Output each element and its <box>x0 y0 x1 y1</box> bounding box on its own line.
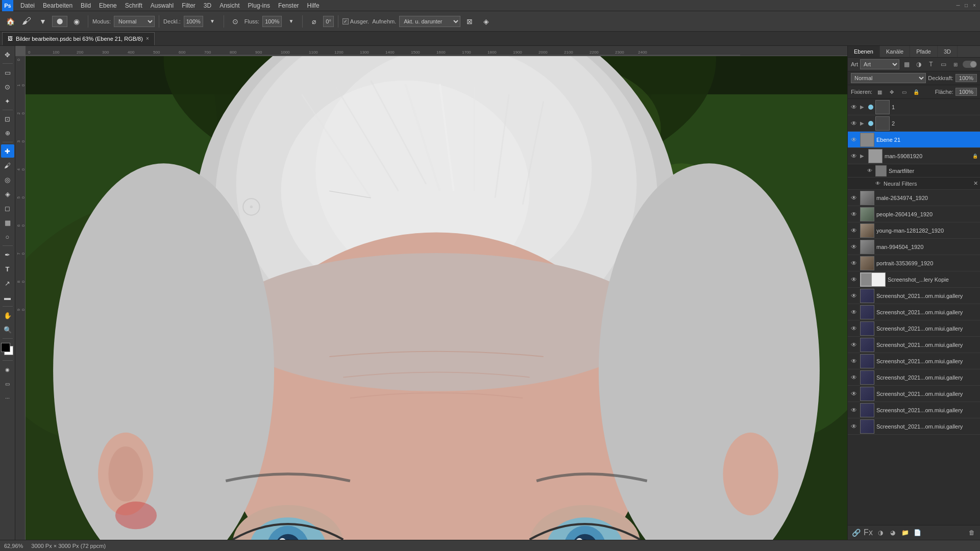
eyedropper-tool[interactable]: ⊕ <box>1 127 14 140</box>
neural-filters-row[interactable]: 👁 Neural Filters ✕ <box>848 178 980 190</box>
filter-toggle[interactable] <box>963 61 977 68</box>
airbrush-btn[interactable]: ⊙ <box>228 14 242 29</box>
tab-kanaele[interactable]: Kanäle <box>880 46 910 57</box>
layer-item-ss1[interactable]: 👁 Screenshot_2021...om.miui.gallery <box>848 288 980 304</box>
brush-preset-picker[interactable]: ▼ <box>36 14 50 29</box>
minimize-button[interactable]: ─ <box>954 2 962 9</box>
foreground-color[interactable] <box>1 343 10 352</box>
tab-close-button[interactable]: × <box>146 36 149 41</box>
healing-tool[interactable]: ✚ <box>1 144 14 158</box>
visibility-toggle-sk[interactable]: 👁 <box>850 276 858 284</box>
menu-fenster[interactable]: Fenster <box>274 1 303 10</box>
menu-plugins[interactable]: Plug-ins <box>244 1 274 10</box>
eraser-tool[interactable]: ◻ <box>1 202 14 215</box>
menu-3d[interactable]: 3D <box>200 1 215 10</box>
quick-mask-btn[interactable]: ◉ <box>1 363 14 376</box>
visibility-toggle-ss7[interactable]: 👁 <box>850 390 858 398</box>
layer-item-youngman[interactable]: 👁 young-man-1281282_1920 <box>848 222 980 239</box>
menu-datei[interactable]: Datei <box>16 1 39 10</box>
layer-item-male2634[interactable]: 👁 male-2634974_1920 <box>848 190 980 206</box>
menu-bild[interactable]: Bild <box>77 1 95 10</box>
move-tool[interactable]: ✥ <box>1 48 14 61</box>
visibility-toggle-ss9[interactable]: 👁 <box>850 422 858 431</box>
visibility-toggle-2[interactable]: 👁 <box>850 119 858 128</box>
smart-object-filter-btn[interactable]: ⊞ <box>950 59 961 69</box>
layer-type-filter[interactable]: Art <box>860 59 899 69</box>
zoom-tool[interactable]: 🔍 <box>1 323 14 336</box>
visibility-toggle-man994[interactable]: 👁 <box>850 243 858 251</box>
screen-mode-btn[interactable]: ▭ <box>1 377 14 390</box>
menu-ansicht[interactable]: Ansicht <box>215 1 243 10</box>
canvas-area[interactable]: 0 100 200 300 400 500 600 700 800 900 10… <box>15 46 847 540</box>
tab-pfade[interactable]: Pfade <box>910 46 938 57</box>
layer-item-1[interactable]: 👁 ▶ 1 <box>848 99 980 115</box>
dodge-tool[interactable]: ○ <box>1 230 14 243</box>
shape-filter-btn[interactable]: ▭ <box>938 59 948 69</box>
visibility-toggle-ss6[interactable]: 👁 <box>850 373 858 382</box>
expand-man59[interactable]: ▶ <box>860 153 866 159</box>
path-selection-tool[interactable]: ↗ <box>1 277 14 290</box>
crop-tool[interactable]: ⊡ <box>1 112 14 126</box>
layer-item-2[interactable]: 👁 ▶ 2 <box>848 115 980 132</box>
layer-item-ss5[interactable]: 👁 Screenshot_2021...om.miui.gallery <box>848 353 980 369</box>
shape-tool[interactable]: ▬ <box>1 291 14 304</box>
layer-item-ebene21[interactable]: 👁 Ebene 21 <box>848 132 980 148</box>
aufnehm-select[interactable]: Akt. u. darunter <box>399 16 460 27</box>
brush-tool-options[interactable]: 🖌 <box>19 14 34 29</box>
pen-tool[interactable]: ✒ <box>1 248 14 261</box>
new-layer-btn[interactable]: 📄 <box>912 528 922 538</box>
layer-item-man59[interactable]: 👁 ▶ man-59081920 🔒 <box>848 148 980 164</box>
delete-layer-btn[interactable]: 🗑 <box>967 528 977 538</box>
neural-filters-close[interactable]: ✕ <box>973 180 978 187</box>
visibility-toggle-ss5[interactable]: 👁 <box>850 357 858 365</box>
clone-stamp-tool[interactable]: ◎ <box>1 173 14 186</box>
tab-ebenen[interactable]: Ebenen <box>848 46 880 57</box>
visibility-toggle-youngman[interactable]: 👁 <box>850 227 858 235</box>
smartfilter-row[interactable]: 👁 Smartfilter <box>848 164 980 178</box>
deckung-value[interactable]: 100% <box>184 16 203 27</box>
hand-tool[interactable]: ✋ <box>1 309 14 322</box>
fluss-options[interactable]: ▼ <box>284 14 298 29</box>
lasso-tool[interactable]: ⊙ <box>1 80 14 93</box>
visibility-toggle-ss8[interactable]: 👁 <box>850 406 858 414</box>
add-mask-btn[interactable]: ◑ <box>875 528 886 538</box>
photo-canvas[interactable] <box>26 56 847 540</box>
visibility-toggle-man59[interactable]: 👁 <box>850 152 858 160</box>
close-button[interactable]: × <box>971 2 978 9</box>
visibility-toggle-1[interactable]: 👁 <box>850 103 858 111</box>
expand-2[interactable]: ▶ <box>860 120 866 126</box>
lock-position-btn[interactable]: ✥ <box>887 87 897 97</box>
visibility-toggle-portrait[interactable]: 👁 <box>850 259 858 267</box>
menu-filter[interactable]: Filter <box>178 1 200 10</box>
home-button[interactable]: 🏠 <box>3 14 17 29</box>
ausgerichtet-checkbox[interactable]: ✓ Ausger. <box>342 18 370 24</box>
visibility-toggle-ss2[interactable]: 👁 <box>850 308 858 316</box>
link-layers-btn[interactable]: 🔗 <box>851 528 861 538</box>
magic-wand-tool[interactable]: ✦ <box>1 94 14 108</box>
text-tool[interactable]: T <box>1 262 14 276</box>
lock-artboards-btn[interactable]: ▭ <box>899 87 909 97</box>
visibility-toggle-male2634[interactable]: 👁 <box>850 194 858 202</box>
lock-pixels-btn[interactable]: ▦ <box>874 87 885 97</box>
layer-item-man994[interactable]: 👁 man-994504_1920 <box>848 239 980 255</box>
menu-bearbeiten[interactable]: Bearbeiten <box>39 1 77 10</box>
text-filter-btn[interactable]: T <box>926 59 936 69</box>
visibility-toggle-ss1[interactable]: 👁 <box>850 292 858 300</box>
layer-item-ss4[interactable]: 👁 Screenshot_2021...om.miui.gallery <box>848 337 980 353</box>
deckung-options[interactable]: ▼ <box>205 14 219 29</box>
menu-hilfe[interactable]: Hilfe <box>303 1 324 10</box>
menu-ebene[interactable]: Ebene <box>95 1 121 10</box>
expand-1[interactable]: ▶ <box>860 104 866 110</box>
marquee-tool[interactable]: ▭ <box>1 66 14 79</box>
lock-all-btn[interactable]: 🔒 <box>911 87 921 97</box>
new-group-btn[interactable]: 📁 <box>900 528 910 538</box>
visibility-toggle-ss4[interactable]: 👁 <box>850 341 858 349</box>
blend-mode-select[interactable]: Normal <box>851 73 926 83</box>
layer-item-ss7[interactable]: 👁 Screenshot_2021...om.miui.gallery <box>848 386 980 402</box>
adjustment-filter-btn[interactable]: ◑ <box>914 59 924 69</box>
document-tab[interactable]: 🖼 Bilder bearbeiten.psdc bei 63% (Ebene … <box>2 32 155 45</box>
layer-item-ss9[interactable]: 👁 Screenshot_2021...om.miui.gallery <box>848 418 980 435</box>
extras-btn[interactable]: ··· <box>1 391 14 405</box>
fill-value[interactable]: 100% <box>955 88 977 96</box>
gradient-tool[interactable]: ▦ <box>1 216 14 229</box>
